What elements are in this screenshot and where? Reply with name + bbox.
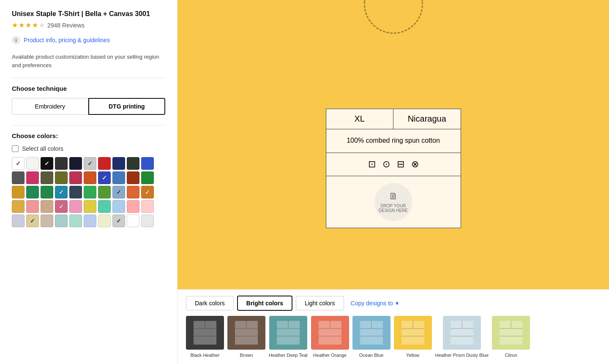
color-swatch-18[interactable] [127,171,139,184]
color-swatch-32[interactable] [41,200,53,213]
color-swatch-33[interactable] [55,200,68,213]
color-preview-7[interactable]: Citron [492,316,530,358]
star-rating: ★ ★ ★ ★ ★ [12,21,45,29]
copy-designs-button[interactable]: Copy designs to ▾ [351,300,399,307]
technique-row: Embroidery DTG printing [12,98,165,115]
color-swatch-11[interactable] [26,171,39,184]
color-swatch-46[interactable] [98,215,111,227]
color-swatch-23[interactable] [55,186,68,198]
color-swatch-36[interactable] [98,200,111,213]
info-icon: i [12,36,20,44]
color-swatch-10[interactable] [12,171,25,184]
color-preview-name-0: Black Heather [190,352,219,358]
color-swatch-7[interactable] [112,157,125,170]
color-preview-6[interactable]: Heather Prism Dusty Blue [435,316,489,358]
dtg-button[interactable]: DTG printing [88,98,166,115]
color-swatch-43[interactable] [55,215,68,227]
reviews-link[interactable]: 2948 Reviews [47,22,85,29]
color-swatch-49[interactable] [141,215,154,227]
color-preview-2[interactable]: Heather Deep Teal [269,316,308,358]
color-swatch-37[interactable] [112,200,125,213]
color-swatch-39[interactable] [141,200,154,213]
color-preview-name-2: Heather Deep Teal [269,352,308,358]
color-swatch-5[interactable] [84,157,96,170]
label-origin: Nicaragua [393,109,461,129]
color-swatch-31[interactable] [26,200,39,213]
color-swatch-3[interactable] [55,157,68,170]
availability-text: Available product customization based on… [12,53,165,69]
color-swatch-24[interactable] [69,186,82,198]
color-swatch-35[interactable] [84,200,96,213]
color-swatch-40[interactable] [12,215,25,227]
color-preview-3[interactable]: Heather Orange [311,316,349,358]
color-preview-row: Black Heather Brown Heather Deep Teal He… [186,316,601,358]
color-swatch-0[interactable] [12,157,25,170]
select-all-checkbox[interactable] [12,145,19,152]
color-swatch-26[interactable] [98,186,111,198]
technique-label: Choose technique [12,85,165,92]
color-swatch-15[interactable] [84,171,96,184]
color-preview-thumb-5 [394,316,432,350]
color-swatch-19[interactable] [141,171,154,184]
color-swatch-17[interactable] [112,171,125,184]
color-preview-thumb-3 [311,316,349,350]
color-preview-5[interactable]: Yellow [394,316,432,358]
star-2: ★ [19,21,25,29]
color-preview-thumb-6 [443,316,481,350]
star-4: ★ [32,21,38,29]
color-swatch-28[interactable] [127,186,139,198]
color-swatch-27[interactable] [112,186,125,198]
color-swatch-1[interactable] [26,157,39,170]
dark-colors-button[interactable]: Dark colors [186,296,234,310]
bright-colors-button[interactable]: Bright colors [237,296,292,311]
color-swatch-48[interactable] [127,215,139,227]
label-drop-area[interactable]: 🗎 DROP YOUR DESIGN HERE [326,176,461,228]
color-swatch-29[interactable] [141,186,154,198]
color-swatch-14[interactable] [69,171,82,184]
color-swatch-4[interactable] [69,157,82,170]
stars-row: ★ ★ ★ ★ ★ 2948 Reviews [12,21,165,29]
collar-arc [364,0,423,34]
dry-icon: ⊟ [397,159,404,170]
bottom-bar: Dark colors Bright colors Light colors C… [178,289,609,364]
color-swatch-22[interactable] [41,186,53,198]
drop-icon: 🗎 [389,191,398,202]
color-swatch-44[interactable] [69,215,82,227]
color-swatch-21[interactable] [26,186,39,198]
chevron-down-icon: ▾ [396,300,399,307]
color-swatch-42[interactable] [41,215,53,227]
left-panel: Unisex Staple T-Shirt | Bella + Canvas 3… [0,0,178,364]
color-swatch-38[interactable] [127,200,139,213]
drop-circle[interactable]: 🗎 DROP YOUR DESIGN HERE [374,183,412,221]
color-preview-1[interactable]: Brown [227,316,265,358]
color-swatch-6[interactable] [98,157,111,170]
color-swatch-20[interactable] [12,186,25,198]
copy-designs-label: Copy designs to [351,300,393,307]
embroidery-button[interactable]: Embroidery [12,98,88,115]
color-swatch-13[interactable] [55,171,68,184]
color-preview-thumb-2 [269,316,307,350]
right-panel: XL Nicaragua 100% combed ring spun cotto… [178,0,609,364]
color-preview-0[interactable]: Black Heather [186,316,224,358]
color-swatch-45[interactable] [84,215,96,227]
color-swatch-47[interactable] [112,215,125,227]
color-swatch-8[interactable] [127,157,139,170]
color-preview-4[interactable]: Ocean Blue [352,316,391,358]
color-swatch-12[interactable] [41,171,53,184]
drop-text: DROP YOUR DESIGN HERE [374,204,412,213]
bleach-icon: ⊗ [411,159,419,170]
color-swatch-30[interactable] [12,200,25,213]
light-colors-button[interactable]: Light colors [296,296,344,310]
color-swatch-25[interactable] [84,186,96,198]
color-swatch-34[interactable] [69,200,82,213]
color-swatch-2[interactable] [41,157,53,170]
select-all-label: Select all colors [22,145,63,152]
iron-icon: ⊙ [382,159,390,170]
color-preview-name-6: Heather Prism Dusty Blue [435,352,489,358]
color-swatch-16[interactable] [98,171,111,184]
color-swatch-41[interactable] [26,215,39,227]
color-swatch-9[interactable] [141,157,154,170]
color-preview-thumb-1 [227,316,265,350]
info-link[interactable]: Product info, pricing & guidelines [24,37,110,43]
color-preview-name-5: Yellow [406,352,419,358]
